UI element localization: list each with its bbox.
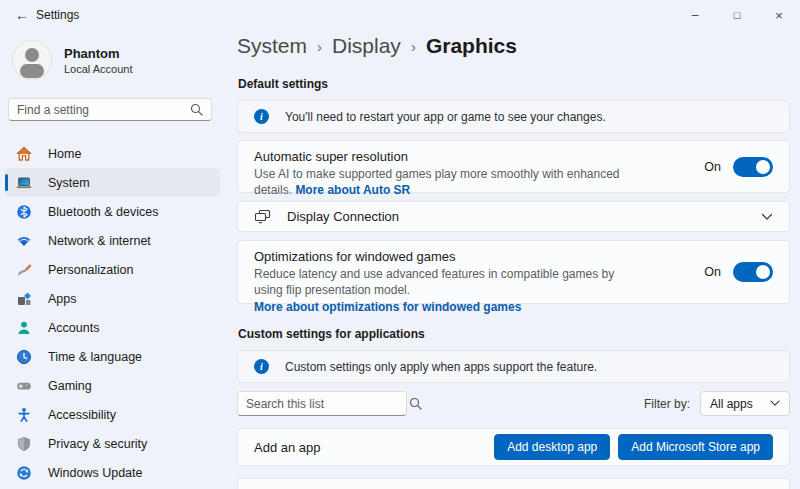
accounts-icon: [16, 320, 32, 336]
sidebar-item-label: System: [48, 176, 90, 190]
sidebar-item-apps[interactable]: Apps: [5, 284, 220, 313]
settings-search-input[interactable]: [9, 103, 190, 117]
windowed-games-description: Reduce latency and use advanced features…: [254, 267, 614, 297]
window-title: Settings: [36, 8, 79, 22]
display-connection-expander[interactable]: Display Connection: [237, 201, 790, 232]
sidebar-item-system[interactable]: System: [5, 168, 220, 197]
breadcrumb-separator: ›: [317, 38, 322, 55]
settings-window: ← Settings – □ × Phantom Local Account: [0, 0, 800, 489]
breadcrumb-display[interactable]: Display: [332, 34, 401, 58]
breadcrumb: System › Display › Graphics: [237, 34, 517, 58]
close-button[interactable]: ×: [758, 0, 800, 30]
auto-sr-toggle[interactable]: [733, 157, 773, 177]
sidebar-item-personalization[interactable]: Personalization: [5, 255, 220, 284]
banner-text: You'll need to restart your app or game …: [285, 110, 606, 124]
auto-sr-learn-more-link[interactable]: More about Auto SR: [295, 183, 410, 197]
account-name: Phantom: [64, 46, 133, 61]
add-store-app-button[interactable]: Add Microsoft Store app: [618, 434, 773, 460]
sidebar-item-label: Privacy & security: [48, 437, 147, 451]
settings-search-box[interactable]: [8, 98, 212, 121]
windowed-games-card: Optimizations for windowed games Reduce …: [237, 240, 790, 304]
filter-by-label: Filter by:: [644, 397, 690, 411]
sidebar-item-label: Accounts: [48, 321, 99, 335]
main-content: System › Display › Graphics Default sett…: [237, 30, 790, 489]
sidebar-nav: Home System Bluetooth & devices: [0, 139, 225, 487]
sidebar-item-accounts[interactable]: Accounts: [5, 313, 220, 342]
page-title: Graphics: [426, 34, 517, 58]
account-type: Local Account: [64, 63, 133, 75]
display-connection-label: Display Connection: [287, 209, 761, 224]
windowed-games-toggle-state: On: [704, 265, 721, 279]
display-connection-icon: [254, 209, 271, 224]
titlebar: ← Settings – □ ×: [0, 0, 800, 30]
list-search-input[interactable]: [238, 397, 409, 411]
sidebar-item-label: Gaming: [48, 379, 92, 393]
filter-dropdown-value: All apps: [710, 397, 770, 411]
windowed-games-toggle[interactable]: [733, 262, 773, 282]
network-icon: [16, 233, 32, 249]
windowed-games-learn-more-link[interactable]: More about optimizations for windowed ga…: [254, 300, 639, 316]
sidebar-item-label: Home: [48, 147, 81, 161]
windowed-games-title: Optimizations for windowed games: [254, 249, 639, 264]
search-icon: [190, 103, 203, 116]
info-icon: i: [254, 109, 269, 124]
add-app-card: Add an app Add desktop app Add Microsoft…: [237, 428, 790, 466]
sidebar: Phantom Local Account Home: [0, 30, 225, 489]
auto-sr-toggle-state: On: [704, 160, 721, 174]
banner-text: Custom settings only apply when apps sup…: [285, 360, 597, 374]
add-desktop-app-button[interactable]: Add desktop app: [494, 434, 610, 460]
gaming-icon: [16, 378, 32, 394]
sidebar-item-home[interactable]: Home: [5, 139, 220, 168]
window-controls: – □ ×: [674, 0, 800, 30]
selection-indicator: [5, 174, 8, 191]
windows-update-icon: [16, 465, 32, 481]
breadcrumb-system[interactable]: System: [237, 34, 307, 58]
sidebar-item-time-language[interactable]: Time & language: [5, 342, 220, 371]
system-icon: [16, 175, 32, 191]
sidebar-item-label: Windows Update: [48, 466, 143, 480]
back-button[interactable]: ←: [10, 4, 34, 26]
personalization-icon: [16, 262, 32, 278]
home-icon: [16, 146, 32, 162]
sidebar-item-label: Time & language: [48, 350, 142, 364]
privacy-shield-icon: [16, 436, 32, 452]
app-list-item-partial: [237, 478, 790, 489]
avatar: [12, 40, 52, 80]
sidebar-item-accessibility[interactable]: Accessibility: [5, 400, 220, 429]
sidebar-item-label: Network & internet: [48, 234, 151, 248]
add-app-label: Add an app: [254, 440, 494, 455]
time-language-icon: [16, 349, 32, 365]
list-search-box[interactable]: [237, 391, 407, 416]
list-controls-row: Filter by: All apps: [237, 391, 790, 416]
sidebar-item-bluetooth[interactable]: Bluetooth & devices: [5, 197, 220, 226]
search-icon: [409, 397, 422, 410]
chevron-down-icon: [770, 400, 780, 407]
account-area[interactable]: Phantom Local Account: [12, 40, 133, 80]
minimize-button[interactable]: –: [674, 0, 716, 30]
breadcrumb-separator: ›: [411, 38, 416, 55]
sidebar-item-label: Personalization: [48, 263, 133, 277]
auto-sr-card: Automatic super resolution Use AI to mak…: [237, 140, 790, 193]
apps-icon: [16, 291, 32, 307]
filter-dropdown[interactable]: All apps: [700, 391, 790, 416]
custom-settings-heading: Custom settings for applications: [238, 327, 425, 341]
restart-info-banner: i You'll need to restart your app or gam…: [237, 100, 790, 133]
sidebar-item-label: Apps: [48, 292, 77, 306]
bluetooth-icon: [16, 204, 32, 220]
chevron-down-icon: [761, 213, 773, 221]
sidebar-item-label: Bluetooth & devices: [48, 205, 159, 219]
maximize-button[interactable]: □: [716, 0, 758, 30]
sidebar-item-label: Accessibility: [48, 408, 116, 422]
sidebar-item-privacy[interactable]: Privacy & security: [5, 429, 220, 458]
accessibility-icon: [16, 407, 32, 423]
auto-sr-title: Automatic super resolution: [254, 149, 639, 164]
default-settings-heading: Default settings: [238, 77, 328, 91]
sidebar-item-gaming[interactable]: Gaming: [5, 371, 220, 400]
sidebar-item-network[interactable]: Network & internet: [5, 226, 220, 255]
custom-settings-info-banner: i Custom settings only apply when apps s…: [237, 350, 790, 383]
info-icon: i: [254, 359, 269, 374]
sidebar-item-windows-update[interactable]: Windows Update: [5, 458, 220, 487]
